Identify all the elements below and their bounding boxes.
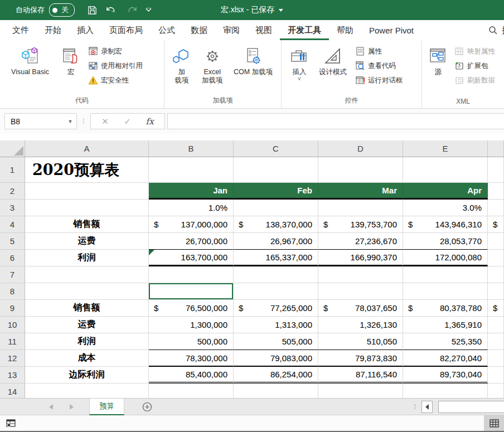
cell[interactable] — [488, 183, 504, 200]
cell[interactable] — [149, 266, 234, 283]
cell[interactable]: 86,254,000 — [234, 367, 318, 384]
cell[interactable]: $80,378,780 — [403, 300, 488, 317]
cell[interactable]: 82,270,040 — [403, 350, 488, 367]
cell-label[interactable]: 运费 — [25, 233, 149, 250]
cell[interactable] — [403, 266, 488, 283]
cell[interactable]: 27,236,670 — [318, 233, 403, 250]
cell[interactable] — [488, 317, 504, 333]
search-box[interactable]: 搜索 — [488, 20, 504, 40]
row-header-10[interactable]: 10 — [0, 317, 25, 333]
cell[interactable] — [234, 157, 318, 183]
cell[interactable] — [488, 384, 504, 398]
cell[interactable] — [25, 266, 149, 283]
cell[interactable]: 1,326,130 — [318, 317, 403, 333]
row-header-1[interactable]: 1 — [0, 157, 25, 183]
cell[interactable] — [318, 384, 403, 398]
tab-formulas[interactable]: 公式 — [151, 20, 183, 40]
cell[interactable] — [149, 157, 234, 183]
cell[interactable] — [488, 266, 504, 283]
cell[interactable] — [488, 350, 504, 367]
cell[interactable]: $138,370,000 — [234, 216, 318, 233]
cell-label[interactable]: 运费 — [25, 317, 149, 333]
cell[interactable] — [488, 200, 504, 216]
cell[interactable]: 28,053,770 — [403, 233, 488, 250]
view-code-button[interactable]: 查看代码 — [352, 59, 406, 72]
macro-security-button[interactable]: 宏安全性 — [85, 74, 146, 87]
tab-data[interactable]: 数据 — [183, 20, 215, 40]
row-header-8[interactable]: 8 — [0, 283, 25, 300]
tab-insert[interactable]: 插入 — [69, 20, 101, 40]
cell[interactable]: $ — [488, 300, 504, 317]
cell[interactable] — [234, 266, 318, 283]
cell-label[interactable]: 成本 — [25, 350, 149, 367]
cell[interactable]: $78,037,650 — [318, 300, 403, 317]
insert-dropdown-icon[interactable]: ˅ — [298, 76, 301, 82]
cell[interactable]: 166,990,370 — [318, 250, 403, 266]
expansion-packs-button[interactable]: 扩展包 — [451, 59, 498, 72]
cell-month-feb[interactable]: Feb — [234, 183, 318, 200]
sheet-tab-budget[interactable]: 预算 — [89, 399, 124, 415]
normal-view-button[interactable] — [484, 415, 504, 431]
row-header-12[interactable]: 12 — [0, 350, 25, 367]
record-macro-button[interactable]: 录制宏 — [85, 45, 146, 58]
cell[interactable]: 525,350 — [403, 333, 488, 350]
cell[interactable] — [25, 384, 149, 398]
column-header-d[interactable]: D — [318, 140, 403, 157]
row-header-4[interactable]: 4 — [0, 216, 25, 233]
save-button[interactable] — [87, 5, 98, 16]
cell[interactable]: 26,700,000 — [149, 233, 234, 250]
cell[interactable] — [25, 200, 149, 216]
row-header-7[interactable]: 7 — [0, 266, 25, 283]
name-box[interactable]: B8 ▼ — [4, 113, 77, 129]
column-header-f[interactable] — [488, 140, 504, 157]
run-dialog-button[interactable]: 运行对话框 — [352, 74, 406, 87]
tab-developer[interactable]: 开发工具 — [280, 20, 329, 40]
cell[interactable]: $76,500,000 — [149, 300, 234, 317]
cell[interactable] — [318, 266, 403, 283]
cell[interactable]: 500,000 — [149, 333, 234, 350]
insert-function-button[interactable]: fx — [139, 117, 161, 127]
column-header-e[interactable]: E — [403, 140, 488, 157]
addins-button[interactable]: 加 载项 — [168, 42, 196, 87]
cell[interactable]: 1,365,910 — [403, 317, 488, 333]
cell[interactable]: 1,300,000 — [149, 317, 234, 333]
cell[interactable]: 505,000 — [234, 333, 318, 350]
cell[interactable] — [318, 283, 403, 300]
formula-bar-resize-handle[interactable]: ⁞ — [83, 117, 85, 125]
redo-button[interactable] — [125, 5, 138, 15]
cell[interactable]: 510,050 — [318, 333, 403, 350]
cell-label[interactable]: 边际利润 — [25, 367, 149, 384]
cell-label[interactable]: 销售额 — [25, 216, 149, 233]
cell[interactable] — [488, 233, 504, 250]
cell[interactable] — [488, 250, 504, 266]
macros-button[interactable]: 宏 — [57, 42, 85, 79]
cell[interactable]: $137,000,000 — [149, 216, 234, 233]
cell[interactable] — [234, 283, 318, 300]
cell[interactable] — [25, 183, 149, 200]
active-cell-b8[interactable] — [149, 283, 234, 300]
cell[interactable]: $77,265,000 — [234, 300, 318, 317]
tab-file[interactable]: 文件 — [4, 20, 37, 40]
cell-label[interactable]: 利润 — [25, 333, 149, 350]
sheet-nav-right-icon[interactable] — [70, 404, 74, 410]
cell[interactable] — [488, 283, 504, 300]
insert-control-button[interactable]: 插入 ˅ — [285, 42, 314, 84]
horizontal-scrollbar-thumb[interactable] — [438, 401, 504, 413]
cell-label[interactable]: 利润 — [25, 250, 149, 266]
cell[interactable] — [403, 384, 488, 398]
cell-month-apr[interactable]: Apr — [403, 183, 488, 200]
excel-addins-button[interactable]: Excel 加载项 — [196, 42, 229, 87]
use-relative-references-button[interactable]: 使用相对引用 — [85, 59, 146, 72]
tab-view[interactable]: 视图 — [248, 20, 280, 40]
cell[interactable] — [403, 283, 488, 300]
cell[interactable]: $143,946,310 — [403, 216, 488, 233]
title-dropdown-icon[interactable] — [279, 9, 283, 12]
column-header-b[interactable]: B — [149, 140, 234, 157]
row-header-6[interactable]: 6 — [0, 250, 25, 266]
cancel-button[interactable]: ✕ — [94, 117, 117, 127]
row-header-14[interactable]: 14 — [0, 384, 25, 398]
row-header-5[interactable]: 5 — [0, 233, 25, 250]
cell[interactable]: 89,730,040 — [403, 367, 488, 384]
cell-label[interactable]: 销售额 — [25, 300, 149, 317]
cell[interactable] — [403, 157, 488, 183]
